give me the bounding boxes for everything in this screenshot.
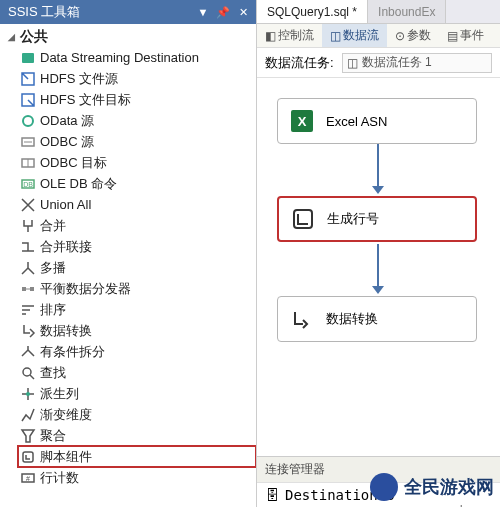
toolbox-item-label: 聚合 bbox=[40, 427, 66, 445]
designer-tabs: ◧ 控制流 ◫ 数据流 ⊙ 参数 ▤ 事件 bbox=[257, 24, 500, 48]
toolbox-item[interactable]: 聚合 bbox=[18, 425, 256, 446]
svg-rect-10 bbox=[23, 452, 33, 462]
tree-root-label: 公共 bbox=[20, 28, 48, 46]
component-icon bbox=[20, 281, 36, 297]
task-label: 数据流任务: bbox=[265, 54, 334, 72]
toolbox-item[interactable]: ODBC 源 bbox=[18, 131, 256, 152]
tree-root-public[interactable]: ◢ 公共 bbox=[4, 26, 256, 47]
toolbox-body: ◢ 公共 Data Streaming DestinationHDFS 文件源H… bbox=[0, 24, 256, 507]
svg-text:DB: DB bbox=[23, 181, 33, 188]
component-icon bbox=[20, 155, 36, 171]
subtab-label: 控制流 bbox=[278, 27, 314, 44]
toolbox-item[interactable]: 合并联接 bbox=[18, 236, 256, 257]
component-icon bbox=[20, 302, 36, 318]
toolbox-item[interactable]: Union All bbox=[18, 194, 256, 215]
task-selector-bar: 数据流任务: ◫ 数据流任务 1 bbox=[257, 48, 500, 78]
toolbox-item[interactable]: DBOLE DB 命令 bbox=[18, 173, 256, 194]
subtab-label: 数据流 bbox=[343, 27, 379, 44]
pin-icon[interactable]: 📌 bbox=[214, 3, 232, 21]
toolbox-item[interactable]: 平衡数据分发器 bbox=[18, 278, 256, 299]
database-icon: 🗄 bbox=[265, 487, 279, 503]
toolbox-item[interactable]: ODBC 目标 bbox=[18, 152, 256, 173]
node-generate-rownum[interactable]: 生成行号 bbox=[277, 196, 477, 242]
toolbox-item-label: 查找 bbox=[40, 364, 66, 382]
events-icon: ▤ bbox=[447, 29, 458, 43]
tab-inbound[interactable]: InboundEx bbox=[368, 0, 446, 23]
toolbox-item-label: 渐变维度 bbox=[40, 406, 92, 424]
svg-rect-0 bbox=[22, 53, 34, 63]
design-canvas[interactable]: X Excel ASN 生成行号 数据转换 bbox=[257, 78, 500, 456]
component-icon bbox=[20, 344, 36, 360]
toolbox-item[interactable]: 数据转换 bbox=[18, 320, 256, 341]
toolbox-item[interactable]: 排序 bbox=[18, 299, 256, 320]
component-icon bbox=[20, 386, 36, 402]
node-excel-asn[interactable]: X Excel ASN bbox=[277, 98, 477, 144]
toolbox-item-label: 合并 bbox=[40, 217, 66, 235]
toolbox-title: SSIS 工具箱 bbox=[8, 3, 192, 21]
svg-point-1 bbox=[23, 116, 33, 126]
svg-rect-6 bbox=[22, 287, 26, 291]
toolbox-item[interactable]: OData 源 bbox=[18, 110, 256, 131]
script-icon bbox=[289, 205, 317, 233]
task-icon: ◫ bbox=[347, 56, 358, 70]
component-icon bbox=[20, 71, 36, 87]
toolbox-item-label: HDFS 文件目标 bbox=[40, 91, 131, 109]
subtab-control-flow[interactable]: ◧ 控制流 bbox=[257, 24, 322, 47]
subtab-params[interactable]: ⊙ 参数 bbox=[387, 24, 439, 47]
svg-point-9 bbox=[26, 392, 30, 396]
connection-manager-label: 连接管理器 bbox=[265, 462, 325, 476]
toolbox-item[interactable]: 多播 bbox=[18, 257, 256, 278]
tab-sqlquery[interactable]: SQLQuery1.sql * bbox=[257, 0, 368, 23]
watermark-text: 全民游戏网 bbox=[404, 475, 494, 499]
toolbox-panel: SSIS 工具箱 ▼ 📌 ✕ ◢ 公共 Data Streaming Desti… bbox=[0, 0, 257, 507]
toolbox-item[interactable]: 有条件拆分 bbox=[18, 341, 256, 362]
excel-icon: X bbox=[288, 107, 316, 135]
node-data-conversion[interactable]: 数据转换 bbox=[277, 296, 477, 342]
toolbox-item-label: 多播 bbox=[40, 259, 66, 277]
svg-rect-15 bbox=[294, 210, 312, 228]
watermark-logo-icon bbox=[370, 473, 398, 501]
component-icon: DB bbox=[20, 176, 36, 192]
toolbox-item[interactable]: 派生列 bbox=[18, 383, 256, 404]
toolbox-item-label: 合并联接 bbox=[40, 238, 92, 256]
connector[interactable] bbox=[377, 144, 379, 186]
toolbox-item[interactable]: 合并 bbox=[18, 215, 256, 236]
toolbox-item[interactable]: 渐变维度 bbox=[18, 404, 256, 425]
component-icon bbox=[20, 449, 36, 465]
task-selector[interactable]: ◫ 数据流任务 1 bbox=[342, 53, 492, 73]
toolbox-item[interactable]: HDFS 文件目标 bbox=[18, 89, 256, 110]
control-flow-icon: ◧ bbox=[265, 29, 276, 43]
component-icon bbox=[20, 428, 36, 444]
toolbox-item[interactable]: HDFS 文件源 bbox=[18, 68, 256, 89]
component-icon bbox=[20, 197, 36, 213]
connector[interactable] bbox=[377, 244, 379, 286]
subtab-label: 参数 bbox=[407, 27, 431, 44]
svg-text:#: # bbox=[26, 475, 30, 482]
toolbox-item[interactable]: Data Streaming Destination bbox=[18, 47, 256, 68]
toolbox-item[interactable]: 脚本组件 bbox=[18, 446, 256, 467]
toolbox-item[interactable]: #行计数 bbox=[18, 467, 256, 488]
task-value: 数据流任务 1 bbox=[362, 54, 432, 71]
data-flow-icon: ◫ bbox=[330, 29, 341, 43]
toolbox-item-label: 派生列 bbox=[40, 385, 79, 403]
dropdown-icon[interactable]: ▼ bbox=[194, 3, 212, 21]
component-icon bbox=[20, 92, 36, 108]
toolbox-item[interactable]: 查找 bbox=[18, 362, 256, 383]
toolbox-item-label: 脚本组件 bbox=[40, 448, 92, 466]
collapse-icon[interactable]: ◢ bbox=[6, 32, 16, 42]
toolbox-header: SSIS 工具箱 ▼ 📌 ✕ bbox=[0, 0, 256, 24]
toolbox-item-label: ODBC 目标 bbox=[40, 154, 107, 172]
component-icon bbox=[20, 50, 36, 66]
component-icon bbox=[20, 218, 36, 234]
subtab-data-flow[interactable]: ◫ 数据流 bbox=[322, 24, 387, 47]
subtab-events[interactable]: ▤ 事件 bbox=[439, 24, 492, 47]
component-icon bbox=[20, 260, 36, 276]
convert-icon bbox=[288, 305, 316, 333]
toolbox-item-label: ODBC 源 bbox=[40, 133, 94, 151]
component-icon bbox=[20, 113, 36, 129]
toolbox-item-label: OData 源 bbox=[40, 112, 94, 130]
toolbox-item-label: 排序 bbox=[40, 301, 66, 319]
tab-label: InboundEx bbox=[378, 5, 435, 19]
editor-area: SQLQuery1.sql * InboundEx ◧ 控制流 ◫ 数据流 ⊙ … bbox=[257, 0, 500, 507]
close-icon[interactable]: ✕ bbox=[234, 3, 252, 21]
